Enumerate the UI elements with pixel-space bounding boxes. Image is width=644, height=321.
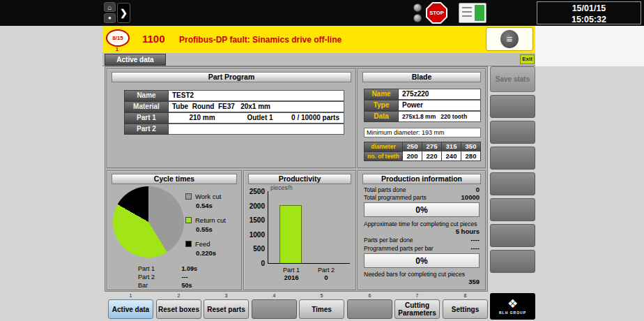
total-row: Bar 50s xyxy=(138,278,236,286)
y-axis-unit: pieces/h xyxy=(270,184,293,191)
diameter-teeth-table: diameter 250 275 315 350 no. of teeth 20… xyxy=(364,142,481,161)
machine-status-icon xyxy=(459,3,486,23)
button-cutting-parameters[interactable]: Cutting Parameters xyxy=(394,299,440,319)
cycle-pie-chart xyxy=(113,186,184,257)
alarm-bar: 8/15 1 1100 Profibus-DP fault: Sinamics … xyxy=(102,26,535,53)
legend-swatch xyxy=(185,217,192,223)
status-lines xyxy=(462,7,472,19)
diameter-cell: 275 xyxy=(422,142,442,151)
row-label: Type xyxy=(364,100,399,111)
blade-panel: Blade Name 275z220 Type Power Data 275x1… xyxy=(358,68,486,168)
button-reset-parts[interactable]: Reset parts xyxy=(204,299,249,319)
title-bar: ⌂ ● ❯ STOP 15/01/15 15:05:32 xyxy=(0,0,644,26)
sidebar-blank-button[interactable] xyxy=(490,95,535,118)
sidebar-blank-button[interactable] xyxy=(490,147,535,170)
diameter-cell: 315 xyxy=(442,142,461,151)
blade-title: Blade xyxy=(362,72,481,82)
forward-icon[interactable]: ❯ xyxy=(117,3,130,23)
sidebar-blank-button[interactable] xyxy=(490,121,535,144)
table-row: diameter 250 275 315 350 xyxy=(364,142,481,151)
row-value xyxy=(169,124,344,135)
cycle-times-title: Cycle times xyxy=(112,174,237,184)
total-row: Part 2 --- xyxy=(138,269,236,278)
dot-icon[interactable]: ● xyxy=(104,13,116,23)
info-label: Total programmed parts xyxy=(364,194,427,201)
button-times[interactable]: Times xyxy=(299,299,344,319)
button-blank-6[interactable] xyxy=(347,299,392,319)
table-row: Data 275x1.8 mm 220 tooth xyxy=(364,111,481,122)
progress-bar-total: 0% xyxy=(364,202,480,217)
table-row: Type Power xyxy=(364,100,481,111)
part1-count: 0 / 10000 parts xyxy=(284,113,344,123)
y-axis-labels: 2500 2000 1500 1000 500 0 xyxy=(244,188,265,267)
min-diameter-note: Minimum diameter: 193 mm xyxy=(364,128,481,137)
row-label: Part 2 xyxy=(124,124,169,135)
progress-bar-per-bar: 0% xyxy=(364,253,480,268)
legend-label: Return cut xyxy=(195,216,226,224)
button-reset-boxes[interactable]: Reset boxes xyxy=(156,299,201,319)
productivity-title: Productivity xyxy=(248,174,351,184)
info-label: Approximate time for completing cut piec… xyxy=(364,221,477,227)
save-stats-button[interactable]: Save stats xyxy=(490,66,535,92)
exit-button[interactable]: Exit xyxy=(520,54,535,64)
row-label: Name xyxy=(124,90,169,101)
row-value: Power xyxy=(399,100,481,111)
alarm-counter-badge: 8/15 xyxy=(106,29,130,47)
alarm-sub-index: 1 xyxy=(116,47,118,52)
x-axis-label: Part 2 xyxy=(305,267,347,274)
button-active-data[interactable]: Active data xyxy=(108,299,153,319)
cycle-totals: Part 1 1.09s Part 2 --- Bar 50s xyxy=(138,261,236,286)
table-row: no. of teeth 200 220 240 280 xyxy=(364,151,481,161)
table-row: Part 2 xyxy=(124,124,344,135)
status-led-icon xyxy=(413,3,422,12)
legend-entry: Work cut 0.54s xyxy=(185,193,226,209)
cycle-times-panel: Cycle times Work cut 0.54s Return cut 0.… xyxy=(107,170,242,290)
button-blank-4[interactable] xyxy=(252,299,297,319)
sidebar-blank-button[interactable] xyxy=(490,172,535,195)
row-label: Data xyxy=(364,111,399,122)
table-row: Name TEST2 xyxy=(124,90,344,101)
legend-entry: Return cut 0.55s xyxy=(185,216,226,233)
bar-chart-plot xyxy=(268,191,350,264)
blh-group-logo: ❖ BLH GROUP xyxy=(490,293,535,320)
menu-icon: ≡ xyxy=(500,30,519,48)
row-value: 210 mm Outlet 1 0 / 10000 parts xyxy=(169,112,344,124)
fkey-number: 5 xyxy=(299,293,344,298)
alarm-menu-button[interactable]: ≡ xyxy=(486,27,533,51)
teeth-cell: 280 xyxy=(461,151,481,161)
stop-sign-icon[interactable]: STOP xyxy=(426,2,447,24)
fkey-number: 7 xyxy=(394,293,440,298)
tab-bar: Active data Exit xyxy=(102,53,535,66)
production-info-title: Production information xyxy=(362,174,481,184)
total-row: Part 1 1.09s xyxy=(138,261,236,269)
part1-outlet: Outlet 1 xyxy=(236,113,284,123)
legend-swatch xyxy=(185,193,192,200)
table-row: Part 1 210 mm Outlet 1 0 / 10000 parts xyxy=(124,112,344,124)
sidebar-blank-button[interactable] xyxy=(490,224,535,247)
diamond-logo-icon: ❖ xyxy=(507,298,518,310)
info-value: 10000 xyxy=(461,193,480,201)
info-label: Total parts done xyxy=(364,186,406,193)
stop-label: STOP xyxy=(427,3,446,22)
fkey-number: 4 xyxy=(252,293,297,298)
info-label: Parts per bar done xyxy=(364,237,413,244)
button-settings[interactable]: Settings xyxy=(443,299,488,319)
bar-value-label: 0 xyxy=(305,274,347,281)
legend-label: Feed xyxy=(195,240,210,248)
production-info-panel: Production information Total parts done … xyxy=(358,170,486,290)
teeth-cell: 240 xyxy=(442,151,461,161)
date-text: 15/01/15 xyxy=(537,3,641,14)
fkey-number: 1 xyxy=(108,293,153,298)
alarm-message: Profibus-DP fault: Sinamics drive off-li… xyxy=(179,35,342,45)
sidebar-blank-button[interactable] xyxy=(490,198,535,221)
info-value: ---- xyxy=(470,244,480,252)
fkey-number: 6 xyxy=(347,293,392,298)
row-value: 275z220 xyxy=(399,89,481,100)
row-value: 275x1.8 mm 220 tooth xyxy=(399,111,481,122)
home-icon[interactable]: ⌂ xyxy=(104,2,116,12)
sidebar-blank-button[interactable] xyxy=(490,250,535,273)
info-value: 359 xyxy=(468,278,480,285)
tab-active-data[interactable]: Active data xyxy=(105,54,166,66)
productivity-bar xyxy=(279,205,302,263)
datetime-display: 15/01/15 15:05:32 xyxy=(537,1,641,24)
